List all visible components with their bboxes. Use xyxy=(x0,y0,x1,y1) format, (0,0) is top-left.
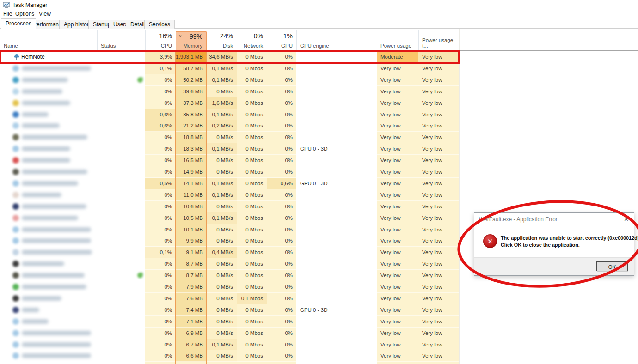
window-titlebar[interactable]: Task Manager xyxy=(0,0,638,9)
process-name-cell xyxy=(0,362,145,364)
cell-memory: 11,0 MB xyxy=(176,189,207,201)
cell-power: Very low xyxy=(377,258,418,270)
col-header-cpu[interactable]: 16%CPU xyxy=(145,29,176,51)
cell-gpu_engine xyxy=(296,247,377,258)
process-row[interactable]: 0,1%9,1 MB0,4 MB/s0 Mbps0%Very lowVery l… xyxy=(0,247,459,258)
process-row[interactable]: 0,6%21,2 MB0,2 MB/s0 Mbps0%Very lowVery … xyxy=(0,120,459,132)
tab-bar: Processes Performance App history Startu… xyxy=(0,18,638,29)
process-name-cell xyxy=(0,63,145,74)
cell-gpu: 0% xyxy=(267,189,296,201)
process-name-cell xyxy=(0,350,145,362)
process-name-redacted xyxy=(22,101,70,105)
dialog-titlebar[interactable]: WerFault.exe - Application Error ✕ xyxy=(474,213,634,225)
col-header-network[interactable]: 0%Network xyxy=(237,29,267,51)
cell-cpu: 0% xyxy=(145,316,176,328)
cell-disk: 0,1 MB/s xyxy=(207,178,237,189)
process-icon-redacted xyxy=(12,146,19,152)
process-row[interactable]: 0%7,1 MB0 MB/s0 Mbps0%Very lowVery low xyxy=(0,316,459,328)
col-header-power-usage-trend[interactable]: Power usage t... xyxy=(418,29,459,51)
col-header-status[interactable]: Status xyxy=(97,29,145,51)
cell-power: Very low xyxy=(377,235,418,247)
process-row[interactable]: 0%16,5 MB0 MB/s0 Mbps0%Very lowVery low xyxy=(0,155,459,166)
process-name-cell xyxy=(0,109,145,121)
process-row[interactable]: 0%37,3 MB1,6 MB/s0 Mbps0%Very lowVery lo… xyxy=(0,97,459,109)
cell-gpu_engine xyxy=(296,281,377,293)
process-row[interactable]: 0,6%35,8 MB0,1 MB/s0 Mbps0%Very lowVery … xyxy=(0,109,459,121)
process-row[interactable]: 0%50,2 MB0,1 MB/s0 Mbps0%Very lowVery lo… xyxy=(0,74,459,86)
cell-gpu: 0% xyxy=(267,293,296,304)
col-header-gpu[interactable]: 1%GPU xyxy=(267,29,296,51)
cell-memory: 50,2 MB xyxy=(176,74,207,86)
cell-power: Very low xyxy=(377,212,418,224)
tab-processes[interactable]: Processes xyxy=(1,18,36,29)
cell-gpu: 0% xyxy=(267,63,296,74)
process-name-cell xyxy=(0,339,145,351)
cell-power: Very low xyxy=(377,304,418,316)
process-row[interactable]: 0,5%14,1 MB0,1 MB/s0 Mbps0,6%GPU 0 - 3DV… xyxy=(0,178,459,189)
ok-button[interactable]: OK xyxy=(596,261,628,271)
process-row[interactable]: 0%7,6 MB0 MB/s0,1 Mbps0%Very lowVery low xyxy=(0,293,459,304)
cell-network: 0 Mbps xyxy=(237,212,267,224)
cell-disk: 0 MB/s xyxy=(207,350,237,362)
process-name-redacted xyxy=(22,353,91,358)
process-icon-redacted xyxy=(12,284,19,290)
col-header-memory-sorted[interactable]: ˅ 99% Memory xyxy=(176,31,207,51)
process-row[interactable]: 0%6,6 MB0 MB/s0 Mbps0%Very lowVery low xyxy=(0,350,459,362)
col-header-power-usage[interactable]: Power usage xyxy=(377,29,418,51)
cell-disk: 0 MB/s xyxy=(207,258,237,270)
process-row[interactable]: 0%10,5 MB0,1 MB/s0 Mbps0%Very lowVery lo… xyxy=(0,212,459,224)
process-row[interactable]: 0,1%58,7 MB0,1 MB/s0 Mbps0%Very lowVery … xyxy=(0,63,459,74)
cell-gpu_engine: GPU 0 - 3D xyxy=(296,304,377,316)
cell-power_trend: Very low xyxy=(418,189,459,201)
process-icon-redacted xyxy=(12,180,19,187)
process-row[interactable]: 0%39,6 MB0 MB/s0 Mbps0%Very lowVery low xyxy=(0,86,459,97)
cell-disk: 0,1 MB/s xyxy=(207,339,237,351)
cell-power_trend: Very low xyxy=(418,143,459,155)
process-row[interactable]: 0%6,7 MB0,1 MB/s0 Mbps0%Very lowVery low xyxy=(0,339,459,351)
cell-memory: 6,7 MB xyxy=(176,339,207,351)
process-row[interactable]: 0%18,3 MB0,1 MB/s0 Mbps0%GPU 0 - 3DVery … xyxy=(0,143,459,155)
cell-gpu: 0% xyxy=(267,132,296,143)
process-icon-redacted xyxy=(12,226,19,233)
menu-options[interactable]: Options xyxy=(15,11,34,17)
menu-view[interactable]: View xyxy=(39,11,51,17)
cell-gpu_engine xyxy=(296,212,377,224)
cell-memory: 58,7 MB xyxy=(176,63,207,74)
process-row[interactable]: 0%9,9 MB0 MB/s0 Mbps0%Very lowVery low xyxy=(0,235,459,247)
process-name-cell xyxy=(0,155,145,166)
cell-network: 0 Mbps xyxy=(237,63,267,74)
close-icon[interactable]: ✕ xyxy=(624,216,629,223)
column-header-row: Name Status 16%CPU ˅ 99% Memory 24%Disk … xyxy=(0,29,638,51)
process-name-cell xyxy=(0,201,145,212)
cell-gpu: 0% xyxy=(267,143,296,155)
process-row[interactable]: 0%8,7 MB0 MB/s0 Mbps0%Very lowVery low xyxy=(0,270,459,281)
process-row[interactable]: 0%10,6 MB0 MB/s0 Mbps0%Very lowVery low xyxy=(0,201,459,212)
cell-disk: 0 MB/s xyxy=(207,270,237,281)
cell-memory: 7,6 MB xyxy=(176,293,207,304)
cell-gpu: 0% xyxy=(267,120,296,132)
cell-gpu: 0% xyxy=(267,74,296,86)
menu-file[interactable]: File xyxy=(3,11,12,17)
process-row[interactable]: 0%6,9 MB0 MB/s0 Mbps0%Very lowVery low xyxy=(0,328,459,339)
col-header-gpu-engine[interactable]: GPU engine xyxy=(296,29,377,51)
process-row[interactable]: 0%7,4 MB0 MB/s0 Mbps0%GPU 0 - 3DVery low… xyxy=(0,304,459,316)
process-row[interactable] xyxy=(0,362,459,364)
cell-cpu xyxy=(145,362,176,364)
process-row[interactable]: 0%7,9 MB0 MB/s0 Mbps0%Very lowVery low xyxy=(0,281,459,293)
tab-services[interactable]: Services xyxy=(144,20,175,29)
cell-power: Very low xyxy=(377,328,418,339)
process-row[interactable]: 0%14,9 MB0 MB/s0 Mbps0%Very lowVery low xyxy=(0,166,459,178)
cell-power: Very low xyxy=(377,63,418,74)
col-header-disk[interactable]: 24%Disk xyxy=(207,29,237,51)
process-row[interactable]: 0%8,7 MB0 MB/s0 Mbps0%Very lowVery low xyxy=(0,258,459,270)
cell-network: 0 Mbps xyxy=(237,201,267,212)
process-row[interactable]: 0%11,0 MB0,1 MB/s0 Mbps0%Very lowVery lo… xyxy=(0,189,459,201)
col-header-name[interactable]: Name xyxy=(0,29,97,51)
process-name-cell xyxy=(0,189,145,201)
cell-disk xyxy=(207,362,237,364)
cell-power_trend: Very low xyxy=(418,155,459,166)
process-row[interactable]: 0%18,8 MB0 MB/s0 Mbps0%Very lowVery low xyxy=(0,132,459,143)
cell-power: Very low xyxy=(377,339,418,351)
cell-gpu: 0% xyxy=(267,155,296,166)
process-row[interactable]: 0%10,1 MB0 MB/s0 Mbps0%Very lowVery low xyxy=(0,224,459,236)
